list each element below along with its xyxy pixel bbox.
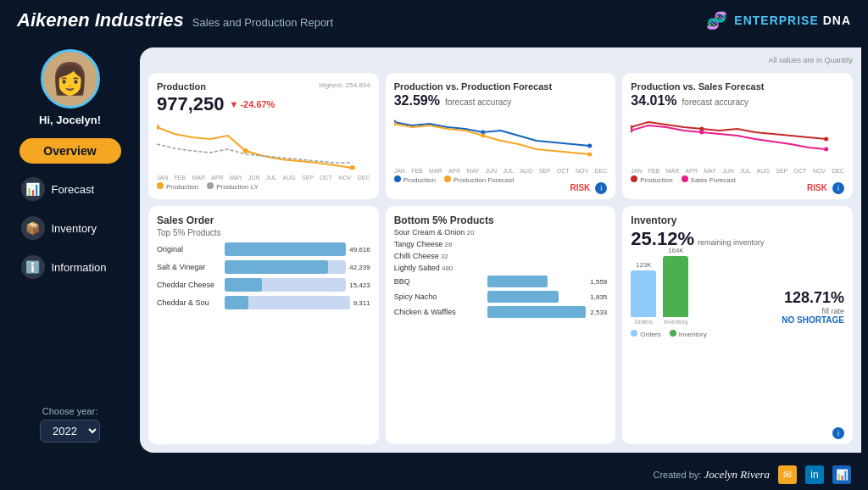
forecast-icon: 📊 [21,177,45,201]
svg-point-7 [481,134,485,138]
sales-bar-container [225,242,346,256]
bottom-product-name: Sour Cream & Onion 20 [394,228,487,237]
bottom-bar-fill [487,291,559,303]
logo-text: ENTERPRISE DNA [734,14,851,27]
inventory-info-icon[interactable]: i [832,427,844,439]
sales-bar-label: Cheddar & Sou [157,298,225,307]
sidebar-item-information[interactable]: ℹ️ Information [11,248,130,286]
bottom-bar-value: 1,835 [590,293,607,301]
sales-bar-fill [225,278,262,292]
avatar: 👩 [41,49,100,109]
production-card: Production 977,250 ▼-24.67% Highest: 254… [148,73,379,199]
pvs-chart [631,112,844,163]
bottom-products-card: Bottom 5% Products Sour Cream & Onion 20… [386,206,616,444]
pvs-months: JANFEBMARAPRMAYJUNJULAUGSEPOCTNOVDEC [631,168,844,174]
footer-created-by: Created by: Jocelyn Rivera [653,468,770,482]
bottom-bar-wrap [487,291,588,303]
bottom-bar-value: 2,533 [590,309,607,316]
pvs-risk: RISK [807,183,827,192]
fill-rate-label: fill rate [742,307,844,315]
sales-bar-fill [225,296,248,309]
app-title: Aikenen Industries [17,9,184,31]
svg-point-1 [243,148,248,153]
svg-point-13 [700,131,704,135]
orders-label: 123K [636,261,652,269]
production-legend: Production Production LY [157,182,370,191]
inventory-legend: Orders Inventory [631,330,844,338]
inventory-title: Inventory [631,214,844,226]
production-value: 977,250 [157,93,225,115]
sidebar-item-overview[interactable]: Overview [19,138,121,164]
inventory-col-label: Inventory [664,319,688,325]
svg-point-11 [824,137,828,142]
year-select[interactable]: 2022 2021 2020 [40,420,100,443]
bottom-row: Sales Order Top 5% Products Original 49,… [148,206,853,444]
svg-point-14 [824,148,828,152]
bottom-product-row: Spicy Nacho 1,835 [394,291,608,303]
pvf-months: JANFEBMARAPRMAYJUNJULAUGSEPOCTNOVDEC [394,168,608,174]
pvs-title: Production vs. Sales Forecast [631,81,844,92]
information-label: Information [52,261,107,274]
pvf-title: Production vs. Production Forecast [394,81,608,92]
footer-linkedin-icon[interactable]: in [805,465,824,484]
sales-bar-row: Cheddar Cheese 15,423 [157,278,370,292]
note-text: All values are in Quantity [148,56,853,64]
avatar-image: 👩 [51,61,89,97]
bottom-product-row: Chilli Cheese 32 [394,252,608,260]
sales-bar-row: Original 49,616 [157,242,370,256]
sales-bar-value: 15,423 [349,281,370,289]
pvf-info-icon[interactable]: i [595,182,607,194]
sales-order-card: Sales Order Top 5% Products Original 49,… [148,206,379,444]
bottom-bar-wrap [487,276,588,287]
inventory-bar-label: 164K [668,247,684,254]
svg-point-8 [587,153,592,157]
pvf-chart [394,112,608,163]
bottom-bar-fill [487,276,548,287]
sidebar-item-inventory[interactable]: 📦 Inventory [11,209,130,247]
svg-point-5 [587,144,592,148]
sales-bar-container [225,296,350,309]
orders-bar-rect [631,270,656,317]
sales-bar-row: Cheddar & Sou 9,311 [157,296,370,309]
bottom-product-row: Chicken & Waffles 2,533 [394,306,608,318]
app-subtitle: Sales and Production Report [192,16,333,29]
bottom-product-name: Chilli Cheese 32 [394,252,487,260]
pvs-accuracy: 34.01% [631,93,676,109]
inventory-pct-label: remaining inventory [698,238,765,247]
main-layout: 👩 Hi, Jocelyn! Overview 📊 Forecast 📦 Inv… [0,41,868,459]
bottom-bar-value: 1,559 [590,278,607,286]
prod-vs-forecast-card: Production vs. Production Forecast 32.59… [386,73,616,199]
bottom-products-title: Bottom 5% Products [394,214,608,226]
bottom-product-row: Sour Cream & Onion 20 [394,228,608,237]
bottom-product-name: Spicy Nacho [394,292,487,301]
header-right: 🧬 ENTERPRISE DNA [706,10,851,31]
sidebar: 👩 Hi, Jocelyn! Overview 📊 Forecast 📦 Inv… [0,41,140,459]
footer-mail-icon[interactable]: ✉ [778,465,797,484]
information-icon: ℹ️ [21,255,45,279]
header: Aikenen Industries Sales and Production … [0,0,868,41]
sales-bars: Original 49,616 Salt & Vinegar 42,239 Ch… [157,242,370,309]
sales-bar-label: Salt & Vinegar [157,263,225,271]
svg-point-0 [157,125,159,130]
bottom-bar-fill [487,306,586,318]
production-months: JANFEBMARAPRMAYJUNJULAUGSEPOCTNOVDEC [157,175,370,181]
production-chart [157,119,370,170]
bottom-product-row: Tangy Cheese 28 [394,240,608,248]
footer-chart-icon[interactable]: 📊 [832,465,851,484]
sales-bar-value: 9,311 [353,299,370,307]
bottom-product-name: Chicken & Waffles [394,308,487,316]
sales-bar-container [225,278,346,292]
pvf-risk: RISK [570,183,590,192]
forecast-label: Forecast [52,183,95,196]
top-row: Production 977,250 ▼-24.67% Highest: 254… [148,73,853,199]
sales-bar-label: Original [157,245,225,253]
sales-bar-value: 49,616 [349,246,370,253]
sidebar-item-forecast[interactable]: 📊 Forecast [11,170,130,208]
svg-point-12 [631,129,633,133]
inventory-card: Inventory 25.12% remaining inventory 123… [622,206,853,444]
no-shortage: NO SHORTAGE [742,315,844,325]
bottom-bar-wrap [487,306,588,318]
inventory-barchart: 123K Orders 164K Inventory [631,257,733,325]
pvs-info-icon[interactable]: i [832,182,844,194]
bottom-product-row: BBQ 1,559 [394,276,608,287]
